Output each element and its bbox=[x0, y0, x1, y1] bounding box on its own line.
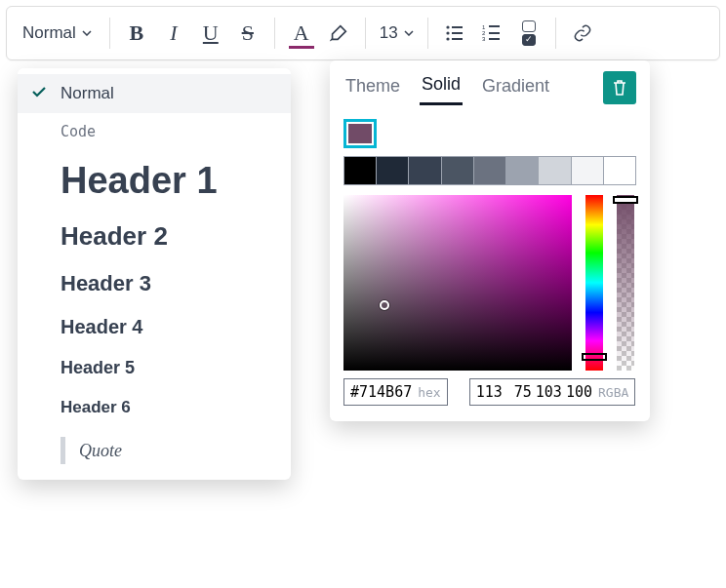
svg-text:3: 3 bbox=[482, 36, 486, 42]
heading-item-header-1[interactable]: Header 1 bbox=[18, 150, 291, 212]
color-tab-theme[interactable]: Theme bbox=[343, 72, 402, 104]
color-popover: Theme Solid Gradient #714B67 hex bbox=[330, 60, 650, 421]
color-tab-gradient[interactable]: Gradient bbox=[480, 72, 551, 104]
link-icon bbox=[573, 23, 592, 43]
color-tabs: Theme Solid Gradient bbox=[330, 60, 650, 105]
svg-rect-9 bbox=[489, 32, 500, 34]
heading-item-normal[interactable]: Normal bbox=[18, 74, 291, 113]
toolbar: Normal B I U S A 13 123 bbox=[6, 6, 720, 60]
heading-item-header-4[interactable]: Header 4 bbox=[18, 306, 291, 348]
svg-rect-1 bbox=[452, 26, 463, 28]
heading-item-label: Quote bbox=[79, 441, 122, 461]
bullet-list-button[interactable] bbox=[436, 14, 473, 53]
hex-input-box[interactable]: #714B67 hex bbox=[343, 378, 448, 406]
heading-item-header-3[interactable]: Header 3 bbox=[18, 261, 291, 306]
heading-item-label: Header 1 bbox=[60, 160, 218, 202]
caret-down-icon bbox=[404, 30, 414, 36]
sv-cursor bbox=[380, 300, 389, 310]
heading-dropdown: NormalCodeHeader 1Header 2Header 3Header… bbox=[18, 68, 291, 480]
strikethrough-button[interactable]: S bbox=[229, 14, 266, 53]
separator bbox=[427, 18, 428, 49]
numbered-list-icon: 123 bbox=[482, 23, 502, 43]
heading-item-label: Header 2 bbox=[60, 221, 168, 252]
checklist-icon bbox=[522, 20, 536, 46]
separator bbox=[274, 18, 275, 49]
font-color-underbar bbox=[289, 46, 314, 49]
font-color-icon: A bbox=[294, 20, 309, 46]
check-icon bbox=[31, 84, 47, 103]
bold-button[interactable]: B bbox=[118, 14, 155, 53]
hex-label: hex bbox=[418, 385, 440, 400]
separator bbox=[109, 18, 110, 49]
hex-value: #714B67 bbox=[350, 383, 412, 401]
trash-icon bbox=[612, 79, 627, 97]
underline-button[interactable]: U bbox=[192, 14, 229, 53]
palette-swatch[interactable] bbox=[538, 156, 571, 185]
heading-item-quote[interactable]: Quote bbox=[18, 427, 291, 474]
quote-bar bbox=[60, 437, 65, 464]
alpha-slider[interactable] bbox=[617, 195, 634, 371]
numbered-list-button[interactable]: 123 bbox=[473, 14, 510, 53]
font-color-button[interactable]: A bbox=[283, 14, 320, 53]
heading-item-code[interactable]: Code bbox=[18, 113, 291, 150]
palette-swatch[interactable] bbox=[473, 156, 506, 185]
heading-item-label: Header 4 bbox=[60, 316, 143, 338]
palette-swatch[interactable] bbox=[505, 156, 539, 185]
italic-button[interactable]: I bbox=[155, 14, 192, 53]
palette-swatch[interactable] bbox=[571, 156, 604, 185]
separator bbox=[365, 18, 366, 49]
palette-swatch[interactable] bbox=[408, 156, 441, 185]
heading-item-label: Code bbox=[60, 123, 96, 140]
clear-color-button[interactable] bbox=[603, 71, 636, 104]
svg-rect-3 bbox=[452, 32, 463, 34]
heading-item-header-2[interactable]: Header 2 bbox=[18, 212, 291, 261]
svg-rect-5 bbox=[452, 38, 463, 40]
hue-slider[interactable] bbox=[585, 195, 603, 371]
color-palette bbox=[343, 156, 636, 185]
palette-swatch[interactable] bbox=[441, 156, 474, 185]
paintbrush-icon bbox=[328, 22, 349, 44]
svg-point-2 bbox=[446, 31, 449, 34]
alpha-thumb bbox=[613, 196, 638, 204]
link-button[interactable] bbox=[564, 14, 601, 53]
hue-thumb bbox=[582, 353, 607, 361]
svg-point-0 bbox=[446, 25, 449, 28]
font-size-selector[interactable]: 13 bbox=[374, 14, 420, 53]
heading-item-header-5[interactable]: Header 5 bbox=[18, 348, 291, 388]
rgba-input-box[interactable]: 113 75 103100 RGBA bbox=[469, 378, 636, 406]
heading-item-label: Header 6 bbox=[60, 398, 131, 417]
svg-rect-11 bbox=[489, 38, 500, 40]
current-color-swatch[interactable] bbox=[343, 119, 377, 148]
heading-selector-label: Normal bbox=[22, 23, 76, 43]
checklist-button[interactable] bbox=[510, 14, 547, 53]
current-color-inner bbox=[348, 124, 372, 143]
bullet-list-icon bbox=[445, 23, 464, 43]
heading-item-label: Normal bbox=[60, 84, 114, 103]
saturation-value-picker[interactable] bbox=[343, 195, 572, 371]
rgba-label: RGBA bbox=[598, 385, 628, 400]
palette-swatch[interactable] bbox=[376, 156, 409, 185]
color-tab-solid[interactable]: Solid bbox=[420, 70, 463, 105]
caret-down-icon bbox=[82, 30, 92, 36]
svg-rect-7 bbox=[489, 25, 500, 27]
palette-swatch[interactable] bbox=[343, 156, 377, 185]
palette-swatch[interactable] bbox=[603, 156, 636, 185]
separator bbox=[555, 18, 556, 49]
highlight-button[interactable] bbox=[320, 14, 357, 53]
heading-item-label: Header 3 bbox=[60, 271, 151, 296]
heading-item-header-6[interactable]: Header 6 bbox=[18, 388, 291, 427]
heading-selector[interactable]: Normal bbox=[13, 14, 101, 53]
heading-item-label: Header 5 bbox=[60, 358, 135, 378]
font-size-value: 13 bbox=[380, 23, 398, 43]
rgba-values: 113 75 103100 bbox=[476, 383, 592, 401]
svg-point-4 bbox=[446, 37, 449, 40]
